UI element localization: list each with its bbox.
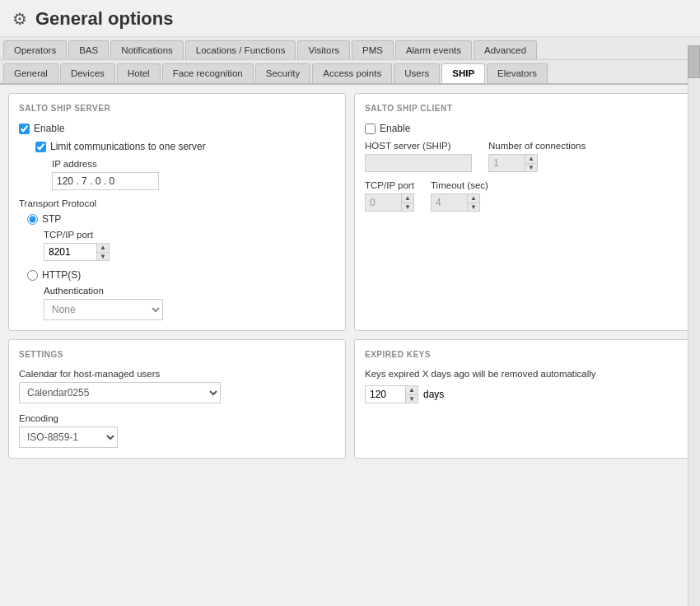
- main-content: SALTO SHIP SERVER Enable Limit communica…: [0, 85, 700, 606]
- tabs-row-1: Operators BAS Notifications Locations / …: [0, 37, 700, 60]
- tab-users[interactable]: Users: [394, 63, 440, 83]
- tab-ship[interactable]: SHIP: [441, 63, 485, 83]
- num-conn-group: Number of connections ▲ ▼: [488, 141, 586, 172]
- auth-select[interactable]: None Basic Digest: [44, 299, 163, 320]
- main-container: ⚙ General options Operators BAS Notifica…: [0, 0, 700, 606]
- tab-visitors[interactable]: Visitors: [297, 40, 350, 59]
- num-conn-down-btn[interactable]: ▼: [525, 163, 537, 171]
- server-panel-title: SALTO SHIP SERVER: [19, 104, 335, 113]
- timeout-label: Timeout (sec): [431, 180, 488, 190]
- timeout-group: Timeout (sec) ▲ ▼: [431, 180, 488, 212]
- timeout-up-btn[interactable]: ▲: [468, 194, 479, 203]
- top-panels-row: SALTO SHIP SERVER Enable Limit communica…: [8, 93, 692, 331]
- tcp-port-spinner: ▲ ▼: [44, 243, 335, 261]
- days-suffix-label: days: [423, 389, 444, 400]
- days-spinner: ▲ ▼: [365, 385, 418, 403]
- days-down-btn[interactable]: ▼: [406, 394, 418, 403]
- client-panel: SALTO SHIP CLIENT Enable HOST server (SH…: [354, 93, 692, 331]
- limit-comm-label: Limit communications to one server: [50, 141, 206, 152]
- stp-radio-row: STP: [27, 213, 335, 225]
- encoding-select[interactable]: ISO-8859-1 UTF-8 ASCII: [19, 427, 118, 448]
- limit-comm-row: Limit communications to one server: [35, 141, 335, 152]
- tab-devices[interactable]: Devices: [60, 63, 115, 83]
- client-tcp-input[interactable]: [365, 193, 402, 212]
- num-conn-input[interactable]: [488, 154, 525, 172]
- encoding-label: Encoding: [19, 413, 335, 423]
- auth-label: Authentication: [44, 286, 335, 296]
- https-radio[interactable]: [27, 270, 38, 281]
- https-label: HTTP(S): [42, 269, 81, 281]
- client-tcp-down-btn[interactable]: ▼: [402, 203, 413, 211]
- host-server-group: HOST server (SHIP): [365, 141, 472, 172]
- page-header: ⚙ General options: [0, 0, 700, 37]
- tab-general[interactable]: General: [3, 63, 58, 83]
- ip-address-input[interactable]: [52, 172, 159, 190]
- ip-address-label: IP address: [52, 159, 335, 169]
- tab-security[interactable]: Security: [255, 63, 311, 83]
- client-enable-label: Enable: [380, 123, 410, 134]
- days-up-btn[interactable]: ▲: [406, 386, 418, 394]
- tab-advanced[interactable]: Advanced: [474, 40, 537, 59]
- tab-notifications[interactable]: Notifications: [110, 40, 184, 59]
- tab-operators[interactable]: Operators: [3, 40, 67, 59]
- client-tcp-up-btn[interactable]: ▲: [402, 194, 413, 203]
- client-enable-row: Enable: [365, 123, 681, 134]
- scrollbar-thumb[interactable]: [688, 45, 700, 78]
- expired-keys-description: Keys expired X days ago will be removed …: [365, 369, 681, 379]
- server-panel: SALTO SHIP SERVER Enable Limit communica…: [8, 93, 346, 331]
- ip-input-row: [52, 172, 335, 190]
- timeout-down-btn[interactable]: ▼: [468, 203, 479, 211]
- host-server-label: HOST server (SHIP): [365, 141, 472, 151]
- num-conn-spinner-buttons: ▲ ▼: [525, 154, 538, 172]
- stp-label: STP: [42, 213, 61, 225]
- tcp-port-label: TCP/IP port: [44, 230, 335, 240]
- page-title: General options: [35, 8, 173, 30]
- client-tcp-label: TCP/IP port: [365, 180, 414, 190]
- tcp-port-spinner-buttons: ▲ ▼: [97, 243, 110, 261]
- num-conn-label: Number of connections: [488, 141, 586, 151]
- client-enable-checkbox[interactable]: [365, 124, 376, 134]
- tcp-port-up-btn[interactable]: ▲: [97, 244, 109, 252]
- server-enable-row: Enable: [19, 123, 335, 134]
- days-spinner-buttons: ▲ ▼: [406, 385, 418, 403]
- expired-keys-panel: EXPIRED KEYS Keys expired X days ago wil…: [354, 339, 692, 459]
- calendar-label: Calendar for host-managed users: [19, 369, 335, 379]
- https-radio-row: HTTP(S): [27, 269, 335, 281]
- stp-radio[interactable]: [27, 214, 38, 225]
- client-tcp-spinner-buttons: ▲ ▼: [402, 193, 414, 212]
- calendar-group: Calendar for host-managed users Calendar…: [19, 369, 335, 403]
- days-input[interactable]: [365, 385, 406, 403]
- server-enable-checkbox[interactable]: [19, 124, 30, 134]
- tab-elevators[interactable]: Elevators: [487, 63, 548, 83]
- expired-keys-title: EXPIRED KEYS: [365, 350, 681, 359]
- calendar-select[interactable]: Calendar0255 Calendar0001 Calendar0002: [19, 382, 221, 403]
- timeout-spinner-buttons: ▲ ▼: [468, 193, 480, 212]
- num-conn-up-btn[interactable]: ▲: [525, 155, 537, 163]
- host-server-input[interactable]: [365, 154, 472, 172]
- client-tcp-spinner: ▲ ▼: [365, 193, 414, 212]
- timeout-input[interactable]: [431, 193, 468, 212]
- tab-hotel[interactable]: Hotel: [117, 63, 161, 83]
- settings-panel-title: SETTINGS: [19, 350, 335, 359]
- tab-pms[interactable]: PMS: [352, 40, 394, 59]
- scrollbar-track: [688, 45, 700, 606]
- encoding-group: Encoding ISO-8859-1 UTF-8 ASCII: [19, 413, 335, 448]
- tab-access-points[interactable]: Access points: [312, 63, 392, 83]
- tab-face-recognition[interactable]: Face recognition: [162, 63, 254, 83]
- tcp-port-input[interactable]: [44, 243, 97, 261]
- tab-alarm-events[interactable]: Alarm events: [395, 40, 472, 59]
- client-panel-title: SALTO SHIP CLIENT: [365, 104, 681, 113]
- tab-locations-functions[interactable]: Locations / Functions: [185, 40, 296, 59]
- timeout-spinner: ▲ ▼: [431, 193, 488, 212]
- bottom-panels-row: SETTINGS Calendar for host-managed users…: [8, 339, 692, 459]
- tabs-row-2: General Devices Hotel Face recognition S…: [0, 60, 700, 85]
- tab-bas[interactable]: BAS: [68, 40, 109, 59]
- server-enable-label: Enable: [34, 123, 64, 134]
- tcp-timeout-row: TCP/IP port ▲ ▼ Timeout (sec): [365, 180, 681, 212]
- transport-protocol-label: Transport Protocol: [19, 198, 335, 208]
- limit-comm-checkbox[interactable]: [35, 142, 46, 152]
- settings-panel: SETTINGS Calendar for host-managed users…: [8, 339, 346, 459]
- tcp-port-down-btn[interactable]: ▼: [97, 252, 109, 260]
- num-conn-spinner: ▲ ▼: [488, 154, 586, 172]
- host-num-conn-row: HOST server (SHIP) Number of connections…: [365, 141, 681, 172]
